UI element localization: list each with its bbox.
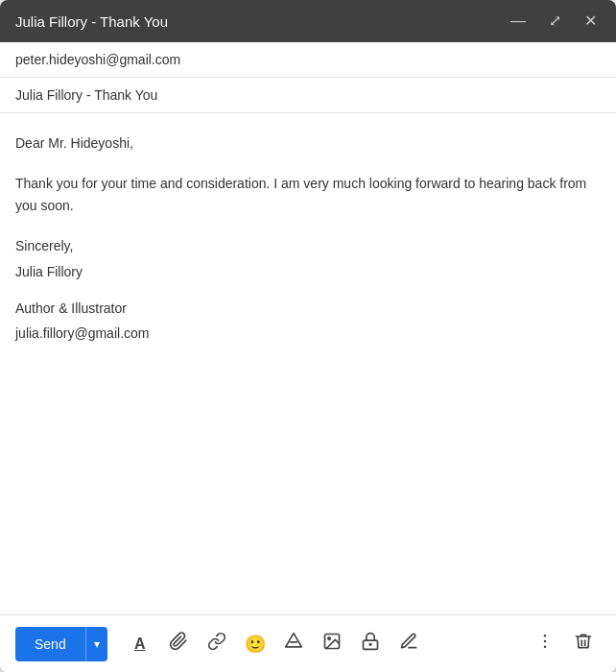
format-text-icon: A — [134, 636, 146, 653]
svg-point-3 — [328, 637, 331, 640]
to-address: peter.hideyoshi@gmail.com — [15, 52, 180, 67]
delete-button[interactable] — [566, 627, 601, 661]
svg-point-5 — [369, 644, 371, 646]
paperclip-icon — [169, 632, 188, 656]
email-body: peter.hideyoshi@gmail.com Julia Fillory … — [0, 42, 616, 614]
expand-button[interactable]: ⤢ — [545, 12, 565, 31]
more-icon — [535, 632, 555, 656]
signature-email: julia.fillory@gmail.com — [15, 323, 601, 344]
svg-marker-0 — [285, 634, 301, 647]
more-options-button[interactable] — [528, 627, 562, 661]
sender-name: Julia Fillory — [15, 261, 601, 282]
to-field: peter.hideyoshi@gmail.com — [0, 42, 616, 78]
photo-icon — [322, 632, 342, 656]
confidential-button[interactable] — [353, 627, 388, 661]
insert-photo-button[interactable] — [315, 627, 349, 661]
toolbar-right — [528, 627, 601, 661]
title-bar: Julia Fillory - Thank You — ⤢ ✕ — [0, 0, 616, 42]
drive-icon — [284, 632, 303, 656]
trash-icon — [574, 632, 593, 656]
email-signoff: Sincerely, — [15, 235, 601, 256]
format-text-button[interactable]: A — [123, 627, 157, 661]
link-icon — [207, 632, 226, 656]
close-button[interactable]: ✕ — [580, 12, 601, 31]
subject-field: Julia Fillory - Thank You — [0, 78, 616, 113]
svg-point-6 — [544, 635, 547, 637]
subject-text: Julia Fillory - Thank You — [15, 87, 157, 103]
emoji-button[interactable]: 🙂 — [238, 627, 272, 661]
email-content: Dear Mr. Hideyoshi, Thank you for your t… — [0, 113, 616, 614]
compose-toolbar: Send ▾ A 🙂 — [0, 614, 616, 672]
signature-button[interactable] — [391, 627, 426, 661]
signature-title: Author & Illustrator — [15, 298, 601, 319]
insert-link-button[interactable] — [200, 627, 234, 661]
email-body-text: Thank you for your time and consideratio… — [15, 173, 601, 216]
pen-icon — [399, 632, 418, 656]
window-controls: — ⤢ ✕ — [507, 12, 601, 31]
send-dropdown-button[interactable]: ▾ — [85, 627, 107, 661]
minimize-button[interactable]: — — [507, 12, 530, 31]
chevron-down-icon: ▾ — [94, 637, 100, 651]
drive-button[interactable] — [276, 627, 311, 661]
email-greeting: Dear Mr. Hideyoshi, — [15, 132, 601, 154]
svg-point-7 — [544, 640, 547, 643]
svg-point-8 — [544, 646, 547, 649]
email-compose-window: Julia Fillory - Thank You — ⤢ ✕ peter.hi… — [0, 0, 616, 672]
lock-icon — [361, 632, 380, 656]
send-button[interactable]: Send — [15, 627, 85, 661]
attach-file-button[interactable] — [161, 627, 196, 661]
window-title: Julia Fillory - Thank You — [15, 13, 168, 30]
send-button-group: Send ▾ — [15, 627, 107, 661]
emoji-icon: 🙂 — [245, 634, 266, 655]
